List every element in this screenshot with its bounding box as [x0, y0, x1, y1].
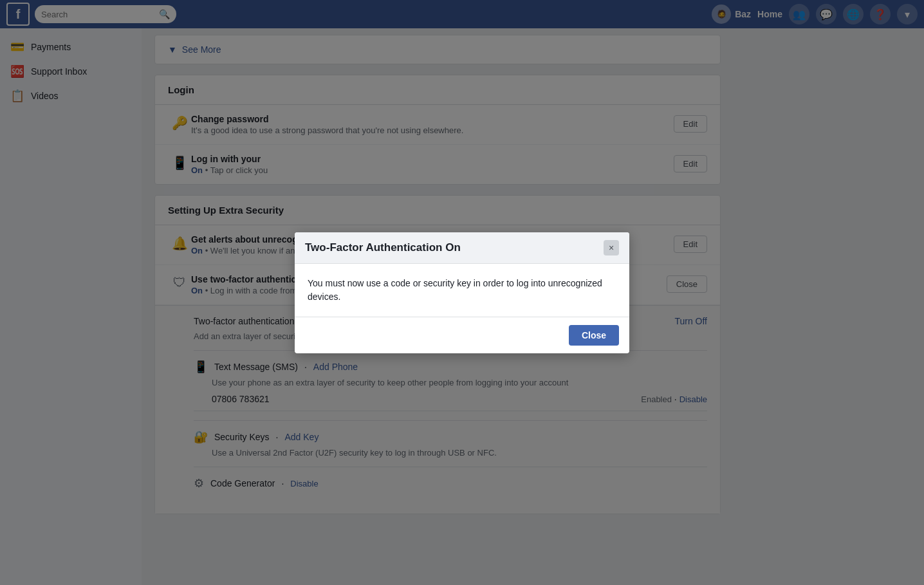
modal-x-button[interactable]: × [604, 240, 619, 255]
modal-body-text: You must now use a code or security key … [308, 277, 616, 304]
modal-close-button[interactable]: Close [569, 325, 619, 346]
modal: Two-Factor Authentication On × You must … [295, 232, 629, 353]
modal-body: You must now use a code or security key … [295, 264, 629, 317]
modal-footer: Close [295, 317, 629, 353]
modal-overlay: Two-Factor Authentication On × You must … [0, 0, 924, 585]
modal-header: Two-Factor Authentication On × [295, 232, 629, 264]
modal-title: Two-Factor Authentication On [305, 241, 461, 254]
